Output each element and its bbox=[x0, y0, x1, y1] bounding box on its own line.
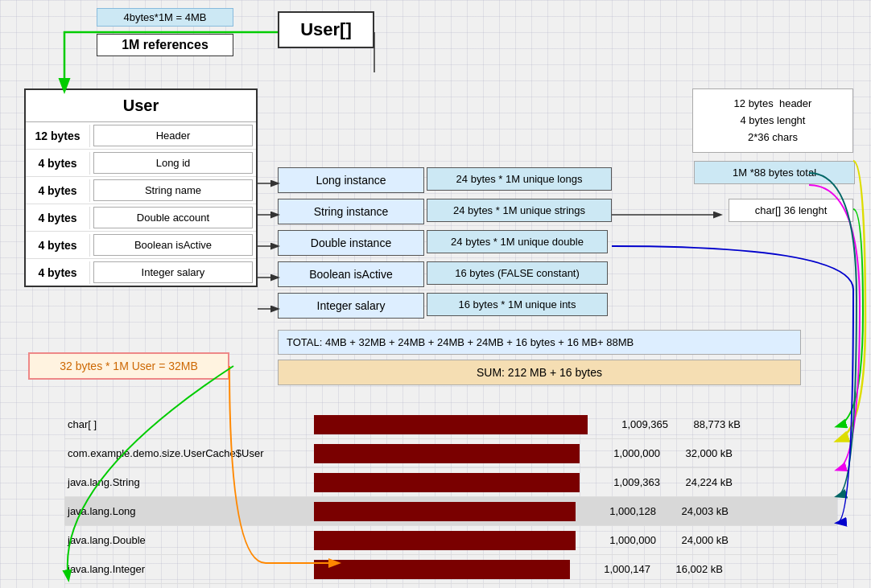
double-mem-box: 24 bytes * 1M unique double bbox=[427, 230, 608, 253]
long-instance-label: Long instance bbox=[316, 174, 386, 187]
label-4: java.lang.Double bbox=[64, 534, 314, 546]
size-1: 32,000 kB bbox=[660, 447, 733, 459]
bytes-label: 4bytes*1M = 4MB bbox=[97, 8, 233, 27]
string-instance-box: String instance bbox=[278, 199, 424, 224]
user-box: User 12 bytes Header 4 bytes Long id 4 b… bbox=[24, 88, 258, 287]
double-instance-box: Double instance bbox=[278, 230, 424, 256]
diagram-container: 4bytes*1M = 4MB 1M references User[] Use… bbox=[0, 0, 871, 588]
table-row-0: char[ ] 1,009,365 88,773 kB bbox=[64, 410, 837, 439]
table-row-2: java.lang.String 1,009,363 24,224 kB bbox=[64, 468, 837, 497]
user-row-5: 4 bytes Integer salary bbox=[26, 259, 256, 286]
size-5: 16,002 kB bbox=[650, 563, 723, 575]
bytes-cell-3: 4 bytes bbox=[26, 207, 90, 229]
field-cell-5: Integer salary bbox=[93, 261, 253, 283]
refs-label: 1M references bbox=[97, 34, 233, 56]
table-row-4: java.lang.Double 1,000,000 24,000 kB bbox=[64, 526, 837, 555]
user-title-text: User bbox=[123, 97, 159, 114]
field-cell-1: Long id bbox=[93, 152, 253, 174]
user-array-label: User[] bbox=[300, 19, 352, 39]
bar-1 bbox=[314, 444, 580, 463]
boolean-mem-text: 16 bytes (FALSE constant) bbox=[455, 267, 580, 279]
char-box: char[] 36 lenght bbox=[729, 199, 853, 222]
bytes-cell-0: 12 bytes bbox=[26, 125, 90, 147]
label-0: char[ ] bbox=[64, 418, 314, 430]
label-3: java.lang.Long bbox=[64, 505, 314, 517]
string-mem-box: 24 bytes * 1M unique strings bbox=[427, 199, 612, 222]
count-4: 1,000,000 bbox=[584, 534, 656, 546]
label-1: com.example.demo.size.UserCache$User bbox=[64, 447, 314, 459]
sum-bar-text: SUM: 212 MB + 16 bytes bbox=[477, 366, 602, 379]
bytes-cell-2: 4 bytes bbox=[26, 179, 90, 202]
bytes-label-text: 4bytes*1M = 4MB bbox=[124, 11, 207, 23]
right-info-text: 12 bytes header4 bytes lenght2*36 chars bbox=[734, 97, 812, 143]
double-mem-text: 24 bytes * 1M unique double bbox=[451, 236, 584, 248]
user-array-box: User[] bbox=[278, 11, 374, 48]
bar-4 bbox=[314, 531, 576, 550]
table-row-1: com.example.demo.size.UserCache$User 1,0… bbox=[64, 439, 837, 468]
double-instance-label: Double instance bbox=[311, 236, 391, 249]
count-2: 1,009,363 bbox=[588, 476, 660, 488]
integer-instance-label: Integer salary bbox=[317, 299, 386, 312]
total-bar: TOTAL: 4MB + 32MB + 24MB + 24MB + 24MB +… bbox=[278, 330, 801, 355]
bar-5 bbox=[314, 560, 570, 579]
string-mem-text: 24 bytes * 1M unique strings bbox=[453, 204, 585, 216]
long-mem-box: 24 bytes * 1M unique longs bbox=[427, 167, 612, 191]
label-2: java.lang.String bbox=[64, 476, 314, 488]
thirty-two-box: 32 bytes * 1M User = 32MB bbox=[28, 352, 229, 380]
integer-mem-box: 16 bytes * 1M unique ints bbox=[427, 293, 608, 316]
long-mem-text: 24 bytes * 1M unique longs bbox=[456, 173, 583, 185]
bytes-cell-4: 4 bytes bbox=[26, 234, 90, 257]
boolean-instance-label: Boolean isActive bbox=[309, 268, 393, 281]
size-4: 24,000 kB bbox=[656, 534, 729, 546]
field-cell-4: Boolean isActive bbox=[93, 234, 253, 256]
field-cell-3: Double account bbox=[93, 207, 253, 228]
user-box-title: User bbox=[26, 90, 256, 122]
size-0: 88,773 kB bbox=[668, 418, 741, 430]
user-row-4: 4 bytes Boolean isActive bbox=[26, 232, 256, 259]
count-1: 1,000,000 bbox=[588, 447, 660, 459]
bar-3 bbox=[314, 502, 576, 521]
label-5: java.lang.Integer bbox=[64, 563, 314, 575]
sum-bar: SUM: 212 MB + 16 bytes bbox=[278, 360, 801, 385]
table-row-6: com.example.demo.size.UserCache$User[.. … bbox=[64, 584, 837, 588]
string-instance-label: String instance bbox=[314, 205, 389, 218]
total-bytes-box: 1M *88 bytes total bbox=[694, 161, 855, 184]
table-row-3: java.lang.Long 1,000,128 24,003 kB bbox=[64, 497, 837, 526]
bar-0 bbox=[314, 415, 588, 434]
right-info-box: 12 bytes header4 bytes lenght2*36 chars bbox=[692, 88, 853, 153]
size-3: 24,003 kB bbox=[656, 505, 729, 517]
boolean-instance-box: Boolean isActive bbox=[278, 261, 424, 287]
integer-instance-box: Integer salary bbox=[278, 293, 424, 319]
total-bytes-text: 1M *88 bytes total bbox=[733, 167, 816, 179]
long-instance-box: Long instance bbox=[278, 167, 424, 193]
bytes-cell-5: 4 bytes bbox=[26, 261, 90, 284]
count-3: 1,000,128 bbox=[584, 505, 656, 517]
char-box-text: char[] 36 lenght bbox=[755, 204, 828, 216]
refs-label-text: 1M references bbox=[122, 38, 208, 51]
total-bar-text: TOTAL: 4MB + 32MB + 24MB + 24MB + 24MB +… bbox=[287, 336, 634, 348]
boolean-mem-box: 16 bytes (FALSE constant) bbox=[427, 261, 608, 285]
field-cell-2: String name bbox=[93, 179, 253, 201]
table-row-5: java.lang.Integer 1,000,147 16,002 kB bbox=[64, 555, 837, 584]
size-2: 24,224 kB bbox=[660, 476, 733, 488]
bar-2 bbox=[314, 473, 580, 492]
bytes-cell-1: 4 bytes bbox=[26, 152, 90, 175]
thirty-two-text: 32 bytes * 1M User = 32MB bbox=[60, 360, 198, 372]
user-row-1: 4 bytes Long id bbox=[26, 150, 256, 177]
field-cell-0: Header bbox=[93, 125, 253, 146]
user-row-2: 4 bytes String name bbox=[26, 177, 256, 204]
count-0: 1,009,365 bbox=[596, 418, 668, 430]
count-5: 1,000,147 bbox=[578, 563, 650, 575]
user-row-0: 12 bytes Header bbox=[26, 122, 256, 150]
user-row-3: 4 bytes Double account bbox=[26, 204, 256, 232]
bottom-table: char[ ] 1,009,365 88,773 kB com.example.… bbox=[64, 410, 837, 588]
integer-mem-text: 16 bytes * 1M unique ints bbox=[459, 298, 576, 310]
